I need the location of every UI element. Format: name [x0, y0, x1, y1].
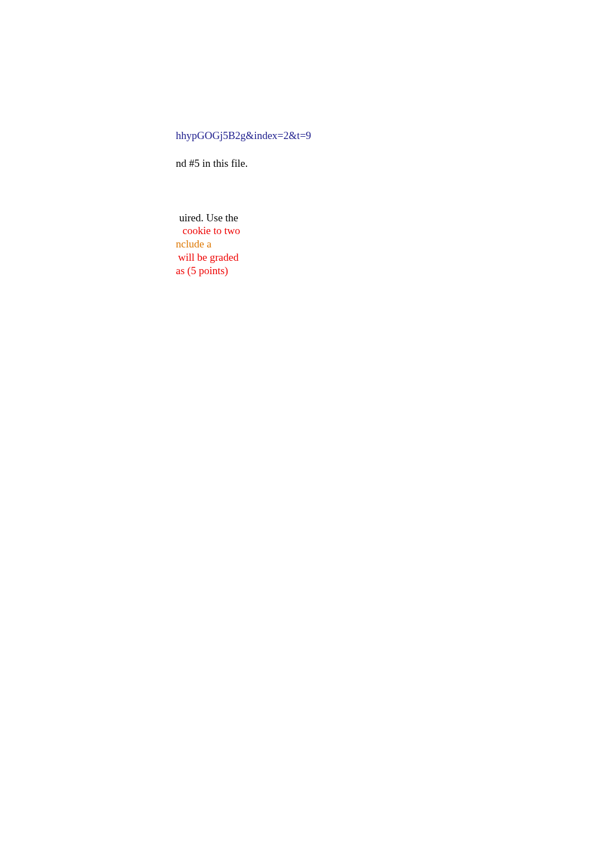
instruction-text-red: will be graded [178, 251, 239, 263]
instruction-line-5: as (5 points) [176, 264, 311, 277]
file-note-text: nd #5 in this file. [176, 157, 311, 170]
url-fragment[interactable]: hhypGOGj5B2g&index=2&t=9 [176, 129, 311, 142]
instruction-block: uired. Use the cookie to two nclude a wi… [176, 211, 311, 277]
instruction-line-1: uired. Use the [176, 211, 311, 225]
document-content: hhypGOGj5B2g&index=2&t=9 nd #5 in this f… [176, 129, 311, 277]
instruction-line-4: will be graded [176, 251, 311, 264]
instruction-text-orange: nclude a [176, 238, 211, 250]
instruction-text: uired. Use the [179, 212, 238, 224]
instruction-text-red: cookie to two [183, 225, 240, 236]
instruction-line-2: cookie to two [176, 224, 311, 237]
instruction-text-red: as (5 points) [176, 265, 228, 276]
instruction-line-3: nclude a [176, 237, 311, 251]
